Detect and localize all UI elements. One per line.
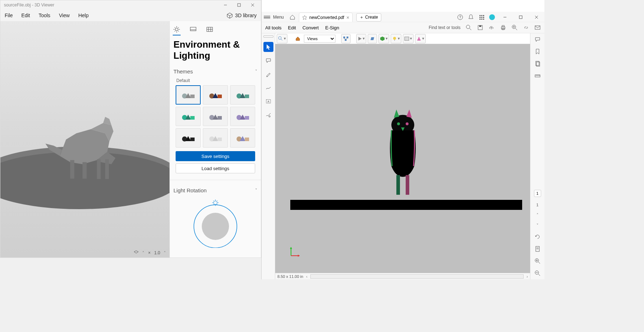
viewport-3d[interactable]: ˄ × 1.0 ˄ xyxy=(0,21,170,258)
close-button[interactable] xyxy=(246,0,259,9)
svg-rect-39 xyxy=(190,95,195,98)
draw-tool[interactable] xyxy=(263,83,273,93)
themes-header[interactable]: Themes ˅ xyxy=(173,66,257,77)
pdf-3d-canvas[interactable] xyxy=(275,44,530,273)
theme-thumb-6[interactable] xyxy=(230,107,255,126)
text-tool[interactable]: A xyxy=(263,96,273,106)
cloud-upload-button[interactable] xyxy=(488,24,495,31)
rail-bookmarks-button[interactable] xyxy=(534,48,541,55)
views-select[interactable]: Views xyxy=(304,35,335,43)
svg-point-130 xyxy=(406,122,409,125)
comment-icon xyxy=(535,37,540,42)
tb3d-cross-section-button[interactable]: ▾ xyxy=(415,34,426,43)
load-settings-button[interactable]: Load settings xyxy=(176,163,255,173)
highlight-tool[interactable] xyxy=(263,69,273,79)
maximize-button[interactable] xyxy=(232,0,246,9)
theme-thumb-7[interactable] xyxy=(176,128,201,148)
page-up-button[interactable]: ˄ xyxy=(536,213,539,217)
tb3d-render-dropdown[interactable]: ▾ xyxy=(378,34,389,43)
fill-sign-tool[interactable] xyxy=(263,110,273,120)
acrobat-maximize-button[interactable] xyxy=(515,13,526,21)
tb3d-light-dropdown[interactable]: ▾ xyxy=(391,34,401,43)
menu-view[interactable]: View xyxy=(59,13,70,18)
menu-button[interactable]: Menu xyxy=(273,15,284,20)
theme-thumb-8[interactable] xyxy=(203,128,228,148)
acrobat-close-button[interactable] xyxy=(531,13,542,21)
tb3d-play-dropdown[interactable]: ▾ xyxy=(356,34,366,43)
rail-grip-icon[interactable] xyxy=(263,35,273,38)
tb3d-background-dropdown[interactable]: ▾ xyxy=(403,34,414,43)
rail-zoom-out-button[interactable] xyxy=(534,270,541,276)
tab-grid[interactable] xyxy=(206,25,214,33)
menu-help[interactable]: Help xyxy=(78,13,89,18)
svg-line-8 xyxy=(227,17,230,18)
toolbar-esign[interactable]: E-Sign xyxy=(325,25,339,30)
status-scroll-right[interactable]: › xyxy=(526,274,528,279)
tab-stats[interactable] xyxy=(189,25,197,33)
theme-thumb-5[interactable] xyxy=(203,107,228,126)
light-rotation-dial[interactable] xyxy=(190,198,240,248)
status-scrollbar[interactable] xyxy=(310,274,524,279)
themes-section: Themes ˅ Default Save settings xyxy=(170,63,261,173)
rail-zoom-in-button[interactable] xyxy=(534,258,541,264)
page-current-badge[interactable]: 1 xyxy=(534,190,541,197)
apps-button[interactable] xyxy=(478,14,485,20)
chevron-up-icon[interactable]: ˄ xyxy=(142,251,144,255)
pdf-model-base xyxy=(290,200,522,210)
theme-thumb-4[interactable] xyxy=(176,107,201,126)
settings-buttons: Save settings Load settings xyxy=(173,148,257,173)
tab-close-button[interactable]: × xyxy=(346,15,349,20)
toolbar-convert[interactable]: Convert xyxy=(302,25,319,30)
tb3d-perspective-button[interactable] xyxy=(368,34,377,43)
rail-rotate-button[interactable] xyxy=(534,234,541,240)
print-button[interactable] xyxy=(500,24,506,31)
tb3d-zoom-dropdown[interactable]: ▾ xyxy=(277,34,287,43)
tools-rail: A xyxy=(262,33,275,279)
user-avatar[interactable] xyxy=(489,14,495,20)
toolbar-edit[interactable]: Edit xyxy=(288,25,296,30)
hamburger-icon[interactable] xyxy=(264,16,270,19)
create-button[interactable]: ＋ Create xyxy=(356,13,381,21)
svg-rect-97 xyxy=(502,25,504,27)
acrobat-minimize-button[interactable] xyxy=(499,13,511,21)
menu-edit[interactable]: Edit xyxy=(22,13,30,18)
link-button[interactable] xyxy=(523,24,529,31)
rail-comments-button[interactable] xyxy=(534,36,541,43)
select-tool[interactable] xyxy=(263,42,273,52)
rail-page-display-button[interactable] xyxy=(534,246,541,252)
rail-pages-button[interactable] xyxy=(534,61,541,67)
save-button[interactable] xyxy=(477,24,483,31)
bell-icon xyxy=(468,14,473,20)
theme-thumb-1[interactable] xyxy=(176,85,201,105)
theme-thumb-3[interactable] xyxy=(230,85,255,105)
menu-tools[interactable]: Tools xyxy=(39,13,51,18)
tab-environment[interactable] xyxy=(173,25,181,33)
viewer-statusbar: ˄ × 1.0 ˄ xyxy=(134,250,166,255)
minimize-button[interactable] xyxy=(219,0,232,9)
chevron-up-icon[interactable]: ˄ xyxy=(164,251,166,255)
comment-tool[interactable] xyxy=(263,56,273,66)
save-settings-button[interactable]: Save settings xyxy=(176,151,255,161)
theme-thumb-9[interactable] xyxy=(230,128,255,148)
viewer-titlebar: sourceFile.obj - 3D Viewer xyxy=(0,0,261,9)
home-button[interactable] xyxy=(288,13,297,21)
menu-file[interactable]: File xyxy=(5,13,13,18)
toolbar-all-tools[interactable]: All tools xyxy=(265,25,282,30)
notifications-button[interactable] xyxy=(468,14,474,20)
find-button[interactable] xyxy=(466,24,472,31)
view-mode-icon[interactable] xyxy=(134,250,139,255)
status-scroll-left[interactable]: ‹ xyxy=(306,274,307,279)
tb3d-home-button[interactable] xyxy=(293,34,302,43)
page-down-button[interactable]: ˅ xyxy=(536,223,539,228)
library-button[interactable]: 3D library xyxy=(226,12,257,19)
document-tab[interactable]: newConverted.pdf × xyxy=(299,13,353,22)
help-button[interactable]: ? xyxy=(457,14,463,20)
svg-rect-82 xyxy=(481,17,482,18)
mail-button[interactable] xyxy=(534,24,541,31)
zoom-button[interactable] xyxy=(511,24,518,31)
theme-thumb-2[interactable] xyxy=(203,85,228,105)
tb3d-model-tree-button[interactable] xyxy=(341,34,350,43)
svg-rect-80 xyxy=(483,15,484,16)
light-rotation-header[interactable]: Light Rotation ˅ xyxy=(173,185,257,196)
rail-ruler-button[interactable] xyxy=(534,73,541,79)
